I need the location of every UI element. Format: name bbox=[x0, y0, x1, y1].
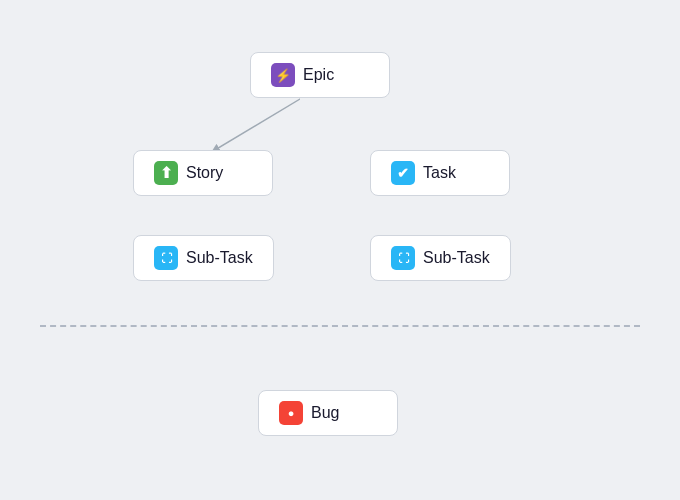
story-node: ⬆ Story bbox=[133, 150, 273, 196]
task-node: ✔ Task bbox=[370, 150, 510, 196]
story-label: Story bbox=[186, 164, 223, 182]
task-label: Task bbox=[423, 164, 456, 182]
subtask2-icon: ⛶ bbox=[391, 246, 415, 270]
story-icon: ⬆ bbox=[154, 161, 178, 185]
task-icon: ✔ bbox=[391, 161, 415, 185]
subtask1-label: Sub-Task bbox=[186, 249, 253, 267]
subtask1-node: ⛶ Sub-Task bbox=[133, 235, 274, 281]
section-divider bbox=[40, 325, 640, 327]
diagram-area: ⚡ Epic ⬆ Story ✔ Task ⛶ Sub-Task ⛶ Sub-T… bbox=[0, 0, 680, 500]
bug-label: Bug bbox=[311, 404, 339, 422]
epic-icon: ⚡ bbox=[271, 63, 295, 87]
svg-line-0 bbox=[215, 93, 300, 150]
subtask1-icon: ⛶ bbox=[154, 246, 178, 270]
epic-label: Epic bbox=[303, 66, 334, 84]
bug-icon: ● bbox=[279, 401, 303, 425]
epic-node: ⚡ Epic bbox=[250, 52, 390, 98]
subtask2-label: Sub-Task bbox=[423, 249, 490, 267]
bug-node: ● Bug bbox=[258, 390, 398, 436]
subtask2-node: ⛶ Sub-Task bbox=[370, 235, 511, 281]
